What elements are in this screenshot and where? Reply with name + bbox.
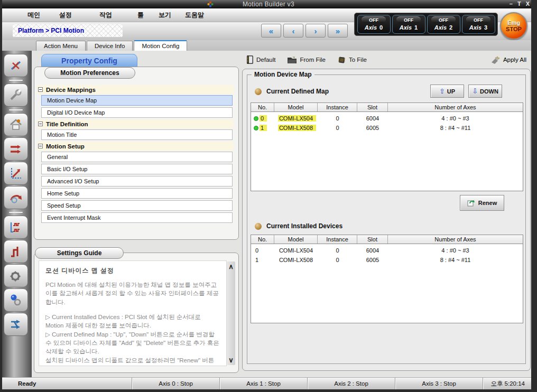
menu-work[interactable]: 작업 bbox=[94, 9, 117, 21]
axis-2-number: 2 bbox=[449, 24, 452, 31]
from-file-button[interactable]: From File bbox=[287, 56, 326, 64]
tray-button[interactable]: T bbox=[517, 1, 521, 7]
gauge-icon bbox=[9, 191, 23, 204]
settings-guide-content: 모션 디바이스 맵 설정 PCI Motion 에 대해 설치된 이용가능한 채… bbox=[39, 260, 227, 366]
cell-no: 0 bbox=[261, 115, 264, 122]
default-label: Default bbox=[256, 57, 275, 63]
cell-axes: 4 : #0 ~ #3 bbox=[388, 246, 523, 255]
minimize-button[interactable]: – bbox=[510, 1, 513, 7]
guide-scrollbar[interactable]: ∧ ∨ bbox=[227, 262, 235, 365]
stamp-hand-icon bbox=[490, 55, 501, 64]
menu-help[interactable]: 도움말 bbox=[180, 9, 209, 21]
tab-action-menu[interactable]: Action Menu bbox=[36, 41, 86, 51]
nav-last-button[interactable]: » bbox=[328, 24, 348, 38]
to-file-button[interactable]: To File bbox=[337, 56, 367, 64]
sidebar-tab-axis-tool[interactable] bbox=[4, 54, 28, 77]
table-row[interactable]: 1 COMI-LX508 0 6005 8 : #4 ~ #11 bbox=[251, 123, 523, 133]
sidebar-tab-axes-link[interactable] bbox=[4, 313, 28, 336]
tree-item-advanced-io-setup[interactable]: Advanced I/O Setup bbox=[41, 176, 233, 186]
sidebar-tab-gear[interactable] bbox=[4, 264, 28, 287]
tree-group-motion-setup[interactable]: Motion Setup bbox=[37, 142, 234, 151]
sidebar-tab-speed[interactable] bbox=[4, 186, 28, 209]
tree-item-motion-device-map[interactable]: Motion Device Map bbox=[41, 95, 233, 106]
header-axes: Number of Axes bbox=[388, 103, 523, 111]
sidebar-tab-config[interactable] bbox=[4, 83, 28, 107]
toolbar: Platform > PCI Motion « ‹ › » OFF Axis0 … bbox=[2, 22, 531, 40]
status-dot-icon bbox=[254, 116, 258, 121]
axis-0-button[interactable]: OFF Axis0 bbox=[357, 15, 391, 34]
tab-motion-config[interactable]: Motion Config bbox=[134, 40, 187, 51]
status-clock: 오후 5:20:14 bbox=[483, 378, 531, 389]
up-button[interactable]: ⇧ UP bbox=[430, 85, 464, 98]
scroll-up-icon[interactable]: ∧ bbox=[227, 263, 235, 270]
nav-prev-button[interactable]: ‹ bbox=[283, 24, 303, 38]
axis-0-label: Axis bbox=[365, 24, 377, 31]
menu-main[interactable]: 메인 bbox=[22, 9, 45, 21]
tree-item-general[interactable]: General bbox=[41, 152, 233, 162]
trend-arrow-icon bbox=[9, 166, 23, 180]
sidebar-separator bbox=[9, 109, 23, 110]
breadcrumb: Platform > PCI Motion bbox=[13, 24, 123, 37]
axis-1-button[interactable]: OFF Axis1 bbox=[392, 15, 425, 34]
current-defined-map-title: Current Defined Map bbox=[255, 88, 329, 95]
axis-1-label: Axis bbox=[400, 24, 412, 31]
tab-device-info[interactable]: Device Info bbox=[87, 41, 133, 51]
down-button[interactable]: ⇩ DOWN bbox=[468, 85, 502, 98]
nav-next-button[interactable]: › bbox=[305, 24, 326, 38]
cell-model: COMI-LX504 bbox=[274, 246, 318, 255]
table-row[interactable]: 1 COMI-LX508 0 6005 8 : #4 ~ #11 bbox=[251, 255, 523, 265]
renew-button[interactable]: Renew bbox=[460, 195, 504, 211]
status-axis-0: Axis 0 : Stop bbox=[132, 378, 220, 389]
sidebar-tab-home[interactable] bbox=[4, 113, 28, 136]
tree-item-motion-title[interactable]: Motion Title bbox=[41, 129, 233, 140]
menu-settings[interactable]: 설정 bbox=[54, 9, 77, 21]
sidebar-tab-step[interactable] bbox=[4, 240, 28, 263]
sidebar-tab-io-pulse[interactable] bbox=[4, 216, 28, 239]
header-no: No. bbox=[251, 235, 274, 244]
groupbox-title: Motion Device Map bbox=[252, 71, 314, 78]
menu-tools[interactable]: 툴 bbox=[132, 9, 149, 21]
apply-all-button[interactable]: Apply All bbox=[490, 55, 526, 64]
collapse-icon[interactable] bbox=[38, 122, 43, 126]
bullet-sphere-icon bbox=[255, 223, 262, 230]
status-dot-icon bbox=[254, 126, 258, 130]
axis-0-number: 0 bbox=[379, 24, 383, 31]
close-button[interactable]: X bbox=[526, 1, 530, 7]
status-axis-2: Axis 2 : Stop bbox=[308, 378, 395, 389]
nav-first-button[interactable]: « bbox=[261, 24, 281, 38]
axis-2-button[interactable]: OFF Axis2 bbox=[427, 15, 460, 34]
guide-paragraph: PCI Motion 에 대해 설치된 이용가능한 채널 맵 정보를 보여주고 … bbox=[45, 281, 220, 306]
sidebar-tab-trend[interactable] bbox=[4, 162, 28, 185]
tree-item-digital-io-device-map[interactable]: Digital I/O Device Map bbox=[41, 107, 233, 118]
tree-group-title-definition[interactable]: Title Definition bbox=[37, 119, 234, 128]
cell-model: COMI-LX508 bbox=[279, 125, 313, 131]
tree-item-event-interrupt-mask[interactable]: Event Interrupt Mask bbox=[41, 212, 233, 223]
menu-view[interactable]: 보기 bbox=[153, 9, 177, 21]
tree-group-device-mappings[interactable]: Device Mappings bbox=[37, 85, 234, 94]
default-button[interactable]: Default bbox=[245, 55, 275, 64]
table-row[interactable]: 0 COMI-LX504 0 6004 4 : #0 ~ #3 bbox=[251, 246, 523, 255]
up-arrow-icon: ⇧ bbox=[439, 87, 445, 95]
renew-icon bbox=[467, 199, 475, 207]
scroll-down-icon[interactable]: ∨ bbox=[227, 356, 235, 364]
header-slot: Slot bbox=[357, 235, 388, 244]
sidebar-separator bbox=[9, 212, 23, 213]
cell-instance: 0 bbox=[318, 255, 357, 265]
sidebar-tab-probe[interactable] bbox=[4, 288, 28, 312]
tree-group-label: Device Mappings bbox=[46, 87, 96, 93]
cell-instance: 0 bbox=[318, 123, 357, 133]
cell-axes: 8 : #4 ~ #11 bbox=[388, 255, 523, 265]
tree-item-speed-setup[interactable]: Speed Setup bbox=[41, 200, 233, 211]
tree-item-home-setup[interactable]: Home Setup bbox=[41, 188, 233, 199]
cell-no: 1 bbox=[261, 125, 264, 131]
down-arrow-icon: ⇩ bbox=[472, 87, 478, 95]
collapse-icon[interactable] bbox=[38, 87, 43, 92]
sidebar-tab-motion[interactable] bbox=[4, 137, 28, 161]
table-row[interactable]: 0 COMI-LX504 0 6004 4 : #0 ~ #3 bbox=[251, 114, 523, 123]
axis-3-button[interactable]: OFF Axis3 bbox=[462, 15, 495, 34]
defined-map-table[interactable]: No. Model Instance Slot Number of Axes 0… bbox=[251, 102, 523, 191]
installed-devices-table[interactable]: No. Model Instance Slot Number of Axes 0… bbox=[251, 235, 523, 323]
collapse-icon[interactable] bbox=[38, 144, 43, 148]
emergency-stop-button[interactable]: Emg STOP bbox=[500, 12, 527, 40]
tree-item-basic-io-setup[interactable]: Basic I/O Setup bbox=[41, 164, 233, 174]
